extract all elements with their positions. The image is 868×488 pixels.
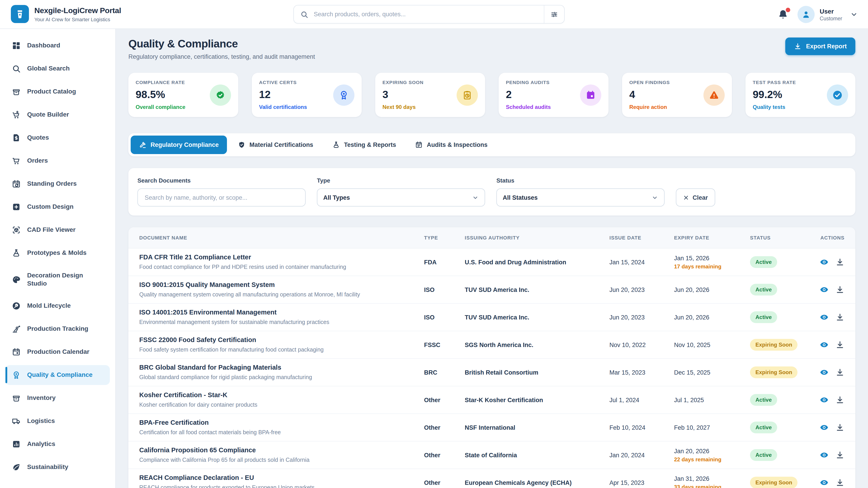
view-document-button[interactable] [819, 478, 829, 487]
eye-icon [819, 451, 829, 459]
table-row: ISO 14001:2015 Environmental Management … [128, 304, 855, 331]
sidebar-item-label: Decoration Design Studio [27, 271, 103, 287]
view-document-button[interactable] [819, 451, 829, 459]
notifications-button[interactable] [778, 9, 788, 20]
global-search-bar [293, 5, 565, 24]
table-body: FDA CFR Title 21 Compliance Letter Food … [128, 249, 855, 488]
eye-icon [819, 285, 829, 294]
ribbon-icon [12, 370, 21, 380]
view-document-button[interactable] [819, 340, 829, 349]
sidebar-item[interactable]: Decoration Design Studio [5, 266, 110, 293]
tab[interactable]: Regulatory Compliance [131, 135, 227, 154]
tab[interactable]: Material Certifications [230, 135, 321, 154]
sidebar-item[interactable]: Global Search [5, 59, 110, 78]
download-document-button[interactable] [835, 478, 844, 487]
truck-icon [12, 417, 21, 426]
view-document-button[interactable] [819, 368, 829, 377]
clear-filters-button[interactable]: Clear [676, 188, 715, 206]
sidebar-item[interactable]: Quotes [5, 128, 110, 148]
download-document-button[interactable] [835, 340, 844, 349]
search-filters-button[interactable] [544, 5, 564, 23]
status-select-value: All Statuses [503, 194, 538, 201]
notification-dot [786, 7, 790, 12]
download-document-button[interactable] [835, 423, 844, 432]
sidebar-item-label: Global Search [27, 65, 70, 73]
search-icon [12, 64, 21, 73]
sidebar-item[interactable]: Custom Design [5, 197, 110, 217]
view-document-button[interactable] [819, 423, 829, 432]
download-document-button[interactable] [835, 313, 844, 322]
issue-date: Feb 10, 2024 [610, 424, 674, 431]
sidebar-item[interactable]: Dashboard [5, 36, 110, 56]
status-select[interactable]: All Statuses [496, 188, 664, 206]
box-icon [12, 87, 21, 96]
stat-card: OPEN FINDINGS 4 Require action [622, 73, 732, 117]
sidebar-item[interactable]: Production Calendar [5, 342, 110, 362]
status-badge: Active [750, 422, 777, 433]
type-select[interactable]: All Types [317, 188, 485, 206]
sidebar-item[interactable]: Analytics [5, 434, 110, 454]
download-document-button[interactable] [835, 258, 844, 267]
document-type: Other [424, 479, 465, 486]
sidebar-item[interactable]: Orders [5, 151, 110, 171]
sidebar-item-label: Analytics [27, 440, 55, 448]
global-search-input[interactable] [313, 10, 544, 18]
expiry-date: Nov 10, 2025 [674, 341, 750, 348]
tab[interactable]: Audits & Inspections [407, 135, 496, 154]
document-name: ISO 9001:2015 Quality Management System [139, 281, 424, 289]
user-icon [801, 9, 811, 19]
calendar-check-icon [415, 141, 423, 149]
status-badge: Active [750, 256, 777, 268]
download-document-button[interactable] [835, 395, 844, 404]
chevron-down-icon [850, 10, 858, 18]
sidebar-item-label: Dashboard [27, 42, 60, 50]
expiry-date: Dec 15, 2025 [674, 369, 750, 376]
expiry-date: Jul 1, 2025 [674, 396, 750, 403]
filters-panel: Search Documents Type All Types Status A… [128, 168, 855, 216]
download-icon [835, 258, 844, 267]
document-search-input[interactable] [144, 194, 299, 201]
sidebar-item[interactable]: Mold Lifecycle [5, 296, 110, 316]
sidebar-item[interactable]: Inventory [5, 388, 110, 408]
stat-card: TEST PASS RATE 99.2% Quality tests [745, 73, 855, 117]
chevron-down-icon [651, 194, 658, 201]
download-document-button[interactable] [835, 451, 844, 459]
gavel-icon [139, 141, 147, 149]
sidebar-item[interactable]: Quote Builder [5, 105, 110, 125]
sidebar-item[interactable]: Logistics [5, 411, 110, 431]
user-role: Customer [819, 15, 842, 21]
tab[interactable]: Testing & Reports [324, 135, 404, 154]
stat-value: 3 [382, 89, 424, 101]
download-icon [835, 395, 844, 404]
download-document-button[interactable] [835, 368, 844, 377]
download-icon [835, 478, 844, 487]
stat-value: 99.2% [753, 89, 796, 101]
view-document-button[interactable] [819, 258, 829, 267]
download-icon [835, 285, 844, 294]
eye-icon [819, 395, 829, 404]
view-document-button[interactable] [819, 313, 829, 322]
sidebar-item[interactable]: Sustainability [5, 457, 110, 477]
sidebar-item[interactable]: Product Catalog [5, 82, 110, 102]
sidebar-nav: Dashboard Global Search Product Catalog … [0, 29, 116, 488]
stat-icon-circle [457, 84, 478, 105]
palette-icon [12, 275, 21, 284]
sidebar-item[interactable]: CAD File Viewer [5, 220, 110, 240]
sidebar-item[interactable]: Prototypes & Molds [5, 243, 110, 263]
check-circle-icon [832, 90, 843, 100]
view-document-button[interactable] [819, 395, 829, 404]
stat-label: OPEN FINDINGS [629, 79, 670, 85]
view-document-button[interactable] [819, 285, 829, 294]
column-header-issue-date: ISSUE DATE [610, 235, 674, 240]
sidebar-item[interactable]: Standing Orders [5, 174, 110, 194]
download-document-button[interactable] [835, 285, 844, 294]
export-report-button[interactable]: Export Report [785, 37, 855, 55]
issuing-authority: State of California [465, 452, 610, 458]
status-badge: Expiring Soon [750, 339, 798, 351]
sidebar-item-label: Quotes [27, 134, 49, 142]
user-menu[interactable]: User Customer [798, 6, 858, 23]
document-type: FDA [424, 259, 465, 265]
sidebar-item[interactable]: Production Tracking [5, 319, 110, 339]
tab-label: Regulatory Compliance [151, 141, 219, 148]
sidebar-item[interactable]: Quality & Compliance [5, 365, 110, 385]
